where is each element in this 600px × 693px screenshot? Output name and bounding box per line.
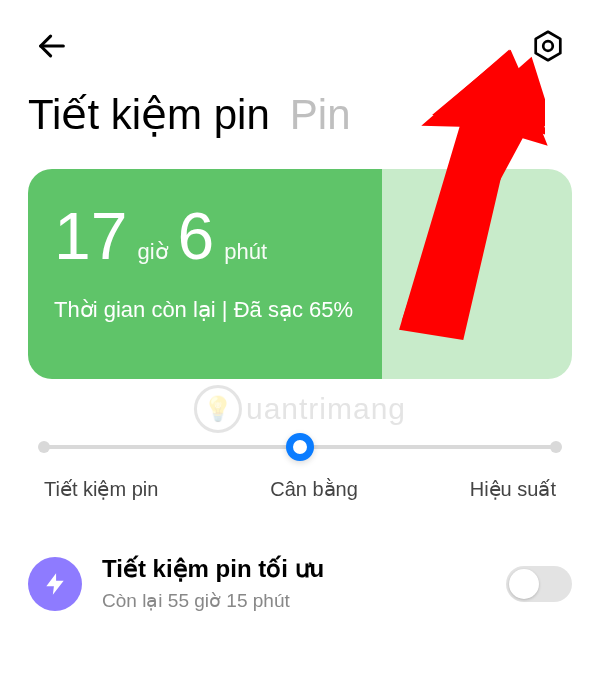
svg-marker-1	[536, 32, 561, 61]
tab-battery[interactable]: Pin	[290, 91, 351, 139]
watermark: 💡 uantrimang	[194, 385, 406, 433]
minutes-value: 6	[178, 203, 215, 269]
optimal-title: Tiết kiệm pin tối ưu	[102, 555, 486, 583]
hours-value: 17	[54, 203, 127, 269]
slider-stop-0	[38, 441, 50, 453]
back-button[interactable]	[28, 22, 76, 70]
slider-knob[interactable]	[286, 433, 314, 461]
hours-unit: giờ	[137, 239, 167, 265]
battery-card-fill: 17 giờ 6 phút Thời gian còn lại | Đã sạc…	[28, 169, 382, 379]
minutes-unit: phút	[224, 239, 267, 265]
tab-bar: Tiết kiệm pin Pin	[0, 80, 600, 159]
battery-card[interactable]: 17 giờ 6 phút Thời gian còn lại | Đã sạc…	[28, 169, 572, 379]
slider-label-saver: Tiết kiệm pin	[44, 477, 158, 501]
battery-status: Thời gian còn lại | Đã sạc 65%	[54, 297, 356, 323]
slider-label-performance: Hiệu suất	[470, 477, 556, 501]
toggle-knob	[509, 569, 539, 599]
back-arrow-icon	[35, 29, 69, 63]
optimal-saver-row[interactable]: Tiết kiệm pin tối ưu Còn lại 55 giờ 15 p…	[28, 555, 572, 612]
gear-icon	[530, 28, 566, 64]
battery-card-rest	[382, 169, 572, 379]
mode-slider[interactable]	[44, 433, 556, 461]
tab-battery-saver[interactable]: Tiết kiệm pin	[28, 90, 270, 139]
slider-stop-2	[550, 441, 562, 453]
svg-point-2	[543, 41, 553, 51]
slider-label-balanced: Cân bằng	[270, 477, 358, 501]
optimal-toggle[interactable]	[506, 566, 572, 602]
optimal-subtitle: Còn lại 55 giờ 15 phút	[102, 589, 486, 612]
bolt-icon	[28, 557, 82, 611]
settings-button[interactable]	[524, 22, 572, 70]
